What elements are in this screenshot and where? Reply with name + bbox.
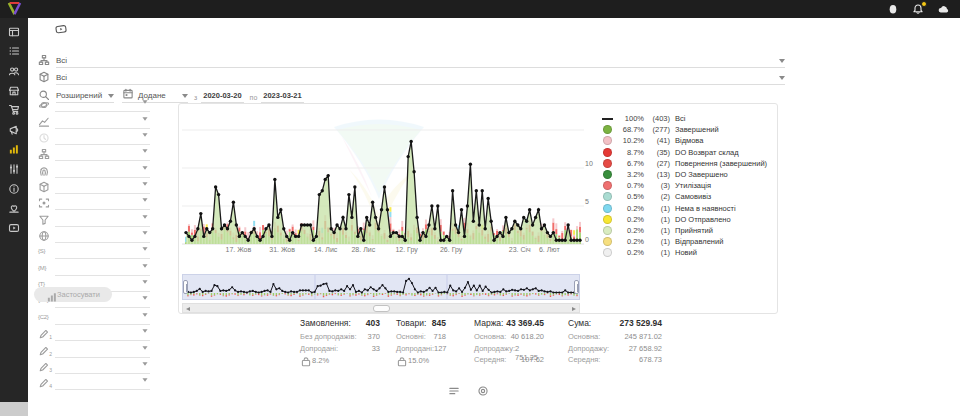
chart-scrollbar[interactable] — [182, 303, 580, 313]
legend-dot-marker — [603, 136, 612, 145]
legend-label: DO Отправлено — [675, 215, 731, 224]
product-select[interactable]: Всі — [56, 73, 785, 85]
navigator-handle-right[interactable] — [574, 280, 579, 294]
stat-sub-label: Допродані: — [300, 344, 338, 356]
legend-item[interactable]: 0.7%(3)Утилізація — [603, 180, 767, 191]
dashboard-icon — [8, 26, 20, 38]
filter-select[interactable] — [55, 264, 150, 276]
stat-column: Замовлення:403Без допродажів:370Допродан… — [300, 318, 380, 367]
filter-select[interactable] — [55, 198, 150, 210]
source-channel-icon[interactable] — [55, 23, 75, 40]
legend-dot-marker — [603, 181, 612, 190]
legend-item[interactable]: 0.2%(1)Прийнятий — [603, 225, 767, 236]
sidebar-item-info[interactable] — [0, 179, 28, 199]
filter-panel-row — [28, 96, 165, 112]
scroll-right-icon[interactable] — [572, 307, 576, 311]
sidebar-item-marketing[interactable] — [0, 120, 28, 140]
navigator-handle-left[interactable] — [183, 280, 188, 294]
sidebar-item-video[interactable] — [0, 218, 28, 238]
filter-select[interactable] — [55, 166, 150, 178]
legend-label: Завершений — [675, 125, 719, 134]
stat-sub-label: Допродажу: — [474, 344, 515, 356]
avatar-icon[interactable] — [887, 3, 900, 16]
date-from-value: 2020-03-20 — [201, 91, 243, 102]
category-select-value: Всі — [56, 56, 67, 67]
filter-select[interactable] — [55, 346, 150, 358]
stat-sub-value: 40 618.20 — [511, 332, 544, 344]
filter-panel-row — [28, 161, 165, 177]
filter-select[interactable] — [55, 247, 150, 259]
sidebar-item-loyalty[interactable] — [0, 198, 28, 218]
filter-panel-row — [28, 112, 165, 128]
legend-dot-marker — [603, 148, 612, 157]
view-toggle-icons — [448, 385, 488, 396]
date-from-label: з — [194, 94, 197, 101]
legend-label: Прийнятий — [675, 226, 713, 235]
scrollbar-thumb[interactable] — [373, 305, 390, 312]
sidebar-item-orders[interactable] — [0, 42, 28, 62]
app-logo-icon[interactable] — [7, 2, 22, 16]
legend-item[interactable]: 0.2%(1)DO Отправлено — [603, 214, 767, 225]
date-from-input[interactable]: 2020-03-20 — [201, 91, 243, 103]
legend-label: Утилізація — [675, 181, 711, 190]
x-tick-label: 23. Січ — [509, 246, 531, 253]
filter-select[interactable] — [55, 117, 150, 129]
legend-count: (1) — [644, 204, 670, 213]
topbar — [0, 0, 960, 18]
legend-item[interactable]: 8.7%(35)DO Возврат склад — [603, 147, 767, 158]
filter-select[interactable] — [55, 329, 150, 341]
orders-timeline-chart[interactable] — [182, 106, 584, 258]
category-select[interactable]: Всі — [56, 56, 785, 68]
legend-item[interactable]: 0.5%(2)Самовивіз — [603, 191, 767, 202]
chevron-down-icon — [142, 248, 147, 251]
filter-select[interactable] — [55, 100, 150, 112]
legend-item[interactable]: 100%(403)Всі — [603, 113, 767, 124]
filter-select[interactable] — [55, 215, 150, 227]
x-tick-label: 6. Лют — [539, 246, 560, 253]
store-icon — [8, 85, 20, 97]
summary-stats: Замовлення:403Без допродажів:370Допродан… — [300, 318, 686, 367]
legend-count: (1) — [644, 237, 670, 246]
planet-icon — [38, 99, 49, 110]
filter-select[interactable] — [55, 231, 150, 243]
legend-item[interactable]: 0.2%(1)Нема в наявності — [603, 203, 767, 214]
stat-sub-label: Основні: — [396, 332, 426, 344]
legend-count: (1) — [644, 226, 670, 235]
chart-navigator[interactable] — [182, 274, 580, 300]
filter-select[interactable] — [55, 182, 150, 194]
stat-sub-value: 370 — [367, 332, 380, 344]
filter-select[interactable] — [55, 149, 150, 161]
sidebar-item-customers[interactable] — [0, 61, 28, 81]
stat-title: Сума: — [568, 318, 591, 332]
filter-select[interactable] — [55, 378, 150, 390]
filter-select[interactable] — [55, 313, 150, 325]
legend-item[interactable]: 0.2%(1)Новий — [603, 247, 767, 258]
date-to-input[interactable]: 2023-03-21 — [261, 91, 303, 103]
filter-select[interactable] — [55, 362, 150, 374]
legend-item[interactable]: 3.2%(13)DO Завершено — [603, 169, 767, 180]
legend-item[interactable]: 68.7%(277)Завершений — [603, 124, 767, 135]
legend-item[interactable]: 10.2%(41)Відмова — [603, 135, 767, 146]
filter-select[interactable] — [55, 133, 150, 145]
scroll-left-icon[interactable] — [186, 307, 190, 311]
pencil-3-icon: 3 — [38, 361, 49, 372]
sidebar-item-analytics[interactable] — [0, 140, 28, 160]
legend-item[interactable]: 6.7%(27)Повернення (завершений) — [603, 158, 767, 169]
sidebar-item-settings[interactable] — [0, 159, 28, 179]
chevron-down-icon — [142, 362, 147, 365]
legend-label: Самовивіз — [675, 192, 711, 201]
sidebar-item-supply[interactable] — [0, 100, 28, 120]
legend-item[interactable]: 0.2%(1)Відправлений — [603, 236, 767, 247]
sidebar-footer — [0, 402, 28, 416]
list-view-icon[interactable] — [448, 385, 459, 396]
users-icon — [8, 65, 20, 77]
filter-panel-row — [28, 194, 165, 210]
sidebar-item-store[interactable] — [0, 81, 28, 101]
bell-icon[interactable] — [912, 3, 925, 16]
sidebar-item-dashboard[interactable] — [0, 22, 28, 42]
donut-view-icon[interactable] — [477, 385, 488, 396]
chart-card: 10 5 0 17. Жов31. Жов14. Лис28. Лис12. Г… — [178, 103, 778, 314]
chevron-down-icon — [142, 264, 147, 267]
apply-button[interactable]: Застосувати — [34, 287, 112, 302]
cloud-icon[interactable] — [937, 3, 950, 16]
